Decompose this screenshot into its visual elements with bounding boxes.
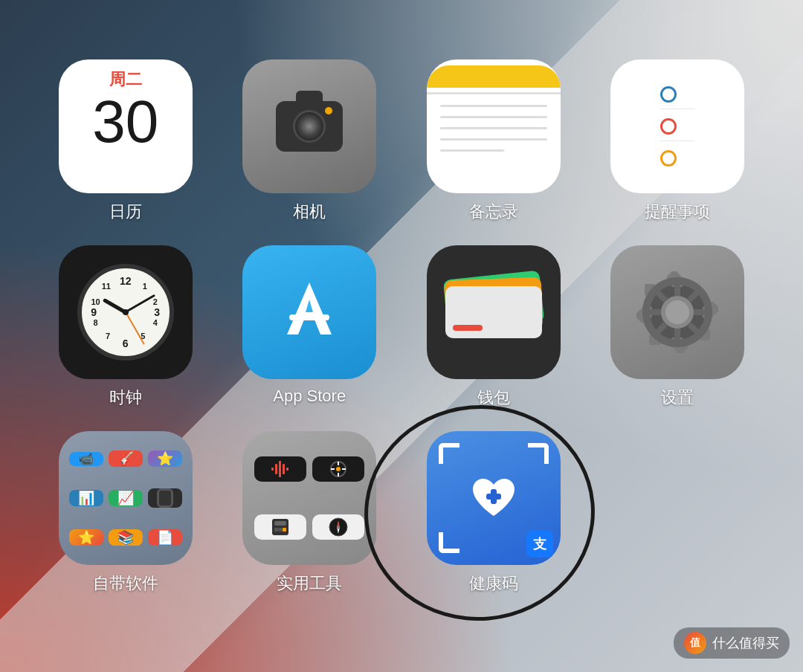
watermark-text: 什么值得买 (712, 634, 779, 652)
calendar-day: 30 (92, 92, 158, 152)
camera-label: 相机 (293, 201, 326, 223)
svg-rect-28 (283, 464, 285, 474)
mini-voicememo (254, 456, 306, 482)
calendar-label: 日历 (109, 201, 142, 223)
svg-point-44 (337, 526, 340, 529)
mini-dashboard (312, 456, 364, 482)
svg-rect-0 (289, 314, 329, 320)
app-utilities[interactable]: 实用工具 (222, 431, 399, 595)
watermark-icon: 值 (684, 632, 706, 654)
notes-label: 备忘录 (469, 201, 518, 223)
mini-watch (148, 488, 182, 508)
mini-star: ⭐ (69, 529, 103, 546)
svg-point-35 (336, 467, 341, 471)
app-appstore[interactable]: App Store (222, 245, 399, 409)
health-alipay-badge: 支 (526, 531, 553, 558)
app-notes[interactable]: 备忘录 (405, 59, 582, 223)
appstore-label: App Store (273, 387, 346, 406)
mini-facetime: 📹 (69, 452, 103, 466)
mini-books: 📚 (109, 529, 143, 546)
app-reminders[interactable]: 提醒事项 (590, 59, 767, 223)
svg-point-16 (665, 300, 689, 324)
app-health-code[interactable]: 支 健康码 (405, 431, 582, 595)
reminder-row-3 (660, 144, 694, 172)
app-calendar[interactable]: 周二 30 日历 (37, 59, 214, 223)
svg-rect-46 (486, 494, 501, 500)
calendar-weekday: 周二 (59, 59, 193, 91)
reminder-row-1 (660, 80, 694, 109)
health-corner-tl (439, 443, 459, 464)
camera-icon (276, 101, 343, 152)
wallet-icon (445, 271, 542, 353)
svg-rect-38 (274, 528, 278, 532)
svg-rect-26 (275, 464, 277, 474)
clock-face: 12 3 6 9 1 11 2 4 5 7 8 10 (77, 264, 174, 361)
mini-imovie: ⭐ (148, 450, 182, 467)
app-grid: 周二 30 日历 相机 (0, 45, 803, 610)
app-bundled[interactable]: 📹 🎸 ⭐ 📊 📈 ⭐ 📚 📄 自带软件 (37, 431, 214, 595)
mini-garageband: 🎸 (109, 450, 143, 467)
reminder-row-2 (660, 112, 694, 141)
app-clock[interactable]: 12 3 6 9 1 11 2 4 5 7 8 10 时钟 (37, 245, 214, 409)
health-corner-tr (528, 443, 549, 464)
svg-rect-25 (271, 468, 274, 471)
app-camera[interactable]: 相机 (222, 59, 399, 223)
mini-numbers: 📈 (109, 490, 143, 506)
svg-rect-39 (279, 528, 283, 532)
svg-rect-37 (274, 521, 286, 526)
settings-label: 设置 (661, 387, 694, 409)
svg-rect-27 (279, 461, 281, 477)
settings-gear-icon (636, 271, 718, 353)
health-heart-icon (465, 470, 522, 526)
bundled-label: 自带软件 (93, 572, 158, 595)
mini-pages: 📄 (148, 529, 182, 546)
app-settings[interactable]: 设置 (590, 245, 767, 409)
health-corner-bl (439, 532, 459, 553)
app-wallet[interactable]: 钱包 (405, 245, 582, 409)
mini-compass (312, 514, 364, 540)
wallet-label: 钱包 (477, 387, 510, 409)
svg-rect-40 (283, 528, 286, 532)
health-code-label: 健康码 (469, 572, 518, 595)
appstore-icon (268, 271, 350, 353)
utilities-label: 实用工具 (277, 572, 342, 595)
reminders-label: 提醒事项 (645, 201, 710, 223)
svg-rect-29 (286, 468, 288, 471)
mini-keynote: 📊 (69, 490, 103, 506)
watermark: 值 什么值得买 (674, 627, 790, 659)
clock-label: 时钟 (109, 387, 142, 409)
mini-calculator (254, 514, 306, 540)
